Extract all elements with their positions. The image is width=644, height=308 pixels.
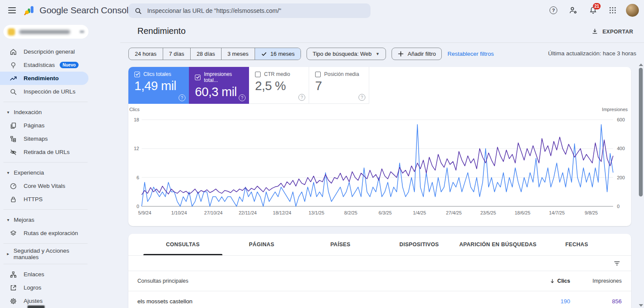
checkbox-checked-icon[interactable] bbox=[134, 72, 140, 77]
svg-text:5/9/24: 5/9/24 bbox=[138, 210, 152, 215]
tab-paises[interactable]: PAÍSES bbox=[301, 234, 380, 255]
tab-aparicion[interactable]: APARICIÓN EN BÚSQUEDAS bbox=[459, 234, 538, 255]
lock-icon bbox=[9, 196, 17, 203]
chip-24-horas[interactable]: 24 horas bbox=[129, 48, 163, 60]
sidebar-item-insights[interactable]: Estadísticas Nuevo bbox=[0, 58, 91, 72]
url-inspection-search[interactable] bbox=[128, 3, 371, 18]
chip-7-dias[interactable]: 7 días bbox=[163, 48, 190, 60]
sidebar-item-label: Inspección de URLs bbox=[24, 88, 76, 95]
property-selector[interactable] bbox=[3, 25, 88, 39]
svg-text:14/7/25: 14/7/25 bbox=[549, 210, 565, 215]
pages-icon bbox=[9, 122, 17, 130]
sidebar-item-label: Retirada de URLs bbox=[24, 149, 70, 155]
gear-icon bbox=[9, 297, 17, 305]
chip-16-meses[interactable]: 16 meses bbox=[255, 48, 301, 60]
metric-label: Posición media bbox=[324, 71, 359, 77]
checkbox-unchecked-icon[interactable] bbox=[315, 72, 321, 77]
sidebar-item-pages[interactable]: Páginas bbox=[0, 119, 91, 132]
app-logo[interactable]: Google Search Console bbox=[24, 5, 134, 16]
last-update-text: Última actualización: hace 3 horas bbox=[548, 50, 636, 57]
chevron-down-icon: ▾ bbox=[6, 110, 10, 115]
reset-filters-link[interactable]: Restablecer filtros bbox=[447, 51, 494, 57]
sidebar-item-https[interactable]: HTTPS bbox=[0, 193, 91, 206]
sidebar-section-enhancements[interactable]: ▾ Mejoras bbox=[0, 213, 91, 226]
checkbox-unchecked-icon[interactable] bbox=[255, 72, 261, 77]
metric-average-position[interactable]: Posición media 7 ? bbox=[309, 67, 369, 104]
sidebar-item-settings[interactable]: Ajustes bbox=[0, 294, 91, 308]
tab-fechas[interactable]: FECHAS bbox=[538, 234, 617, 255]
add-filter-chip[interactable]: Añadir filtro bbox=[392, 48, 442, 60]
scrollbar[interactable] bbox=[638, 62, 644, 308]
sort-descending-icon bbox=[550, 278, 555, 284]
sidebar-item-links[interactable]: Enlaces bbox=[0, 268, 91, 281]
metric-average-ctr[interactable]: CTR medio 2,5 % ? bbox=[249, 67, 309, 104]
feedback-icon-partial[interactable] bbox=[27, 305, 45, 308]
impressions-cell[interactable]: 856 bbox=[570, 298, 622, 305]
column-header-queries[interactable]: Consultas principales bbox=[137, 278, 519, 284]
clicks-cell[interactable]: 190 bbox=[519, 298, 570, 305]
filter-funnel-icon[interactable] bbox=[613, 260, 621, 267]
user-settings-button[interactable] bbox=[565, 2, 581, 18]
scrollbar-thumb[interactable] bbox=[639, 68, 643, 196]
sidebar-item-removals[interactable]: Retirada de URLs bbox=[0, 145, 91, 159]
tab-paginas[interactable]: PÁGINAS bbox=[222, 234, 301, 255]
chip-28-dias[interactable]: 28 días bbox=[190, 48, 221, 60]
divider bbox=[3, 162, 88, 163]
app-title: Google Search Console bbox=[39, 5, 134, 15]
sidebar-section-experience[interactable]: ▾ Experiencia bbox=[0, 166, 91, 179]
tab-consultas[interactable]: CONSULTAS bbox=[143, 234, 222, 255]
help-icon[interactable]: ? bbox=[358, 94, 365, 101]
lightbulb-icon bbox=[9, 61, 17, 69]
svg-text:27/4/25: 27/4/25 bbox=[446, 210, 462, 215]
apps-button[interactable] bbox=[605, 2, 621, 18]
search-input[interactable] bbox=[147, 7, 365, 14]
sidebar-item-core-web-vitals[interactable]: Core Web Vitals bbox=[0, 179, 91, 193]
svg-text:6: 6 bbox=[137, 175, 139, 180]
column-header-impressions[interactable]: Impresiones bbox=[570, 278, 622, 284]
help-icon[interactable]: ? bbox=[179, 94, 185, 101]
tab-dispositivos[interactable]: DISPOSITIVOS bbox=[380, 234, 459, 255]
sidebar: Descripción general Estadísticas Nuevo R… bbox=[0, 21, 91, 308]
sidebar-item-breadcrumbs[interactable]: Rutas de exploración bbox=[0, 226, 91, 240]
help-icon[interactable]: ? bbox=[239, 94, 246, 101]
sidebar-section-indexing[interactable]: ▾ Indexación bbox=[0, 106, 91, 119]
svg-text:1/10/24: 1/10/24 bbox=[171, 210, 187, 215]
export-label: EXPORTAR bbox=[602, 29, 633, 35]
metric-total-impressions[interactable]: Impresiones total... 60,3 mil ? bbox=[189, 67, 249, 104]
sidebar-item-achievements[interactable]: Logros bbox=[0, 281, 91, 294]
sidebar-item-label: Rendimiento bbox=[24, 75, 59, 82]
svg-text:0: 0 bbox=[617, 204, 620, 209]
chip-3-meses[interactable]: 3 meses bbox=[221, 48, 255, 60]
scrollbar-down-arrow-icon[interactable] bbox=[639, 304, 643, 307]
help-icon[interactable]: ? bbox=[298, 94, 305, 101]
topbar: Google Search Console ? 21 bbox=[0, 0, 644, 21]
svg-text:22/11/24: 22/11/24 bbox=[239, 210, 257, 215]
scrollbar-up-arrow-icon[interactable] bbox=[639, 63, 643, 66]
filter-bar: 24 horas 7 días 28 días 3 meses 16 meses… bbox=[128, 48, 494, 60]
sidebar-item-overview[interactable]: Descripción general bbox=[0, 45, 91, 58]
property-favicon bbox=[8, 28, 15, 36]
sidebar-item-url-inspection[interactable]: Inspección de URLs bbox=[0, 85, 91, 98]
svg-text:8/2/25: 8/2/25 bbox=[344, 210, 358, 215]
notifications-button[interactable]: 21 bbox=[585, 2, 601, 18]
search-type-chip[interactable]: Tipo de búsqueda: Web ▾ bbox=[307, 48, 386, 60]
menu-icon[interactable] bbox=[3, 2, 21, 19]
metric-total-clicks[interactable]: Clics totales 1,49 mil ? bbox=[128, 67, 189, 104]
sidebar-section-security[interactable]: ▸ Seguridad y Acciones manuales bbox=[0, 247, 91, 260]
sidebar-item-label: Descripción general bbox=[24, 48, 75, 55]
layers-icon bbox=[9, 229, 17, 237]
column-header-clicks[interactable]: Clics bbox=[519, 278, 570, 284]
checkbox-checked-icon[interactable] bbox=[195, 75, 200, 80]
sidebar-item-label: Sitemaps bbox=[24, 136, 48, 142]
help-button[interactable]: ? bbox=[545, 2, 562, 18]
sidebar-item-performance[interactable]: Rendimiento bbox=[0, 72, 88, 85]
account-avatar[interactable] bbox=[624, 2, 641, 18]
property-caret-icon bbox=[80, 30, 84, 33]
svg-text:400: 400 bbox=[617, 146, 625, 151]
sidebar-item-sitemaps[interactable]: Sitemaps bbox=[0, 132, 91, 145]
export-button[interactable]: EXPORTAR bbox=[591, 28, 633, 35]
svg-text:200: 200 bbox=[617, 175, 625, 180]
sidebar-item-label: Estadísticas bbox=[24, 62, 55, 68]
sidebar-item-label: Páginas bbox=[24, 122, 45, 129]
table-row[interactable]: els mossets castellon 190 856 bbox=[128, 291, 631, 308]
